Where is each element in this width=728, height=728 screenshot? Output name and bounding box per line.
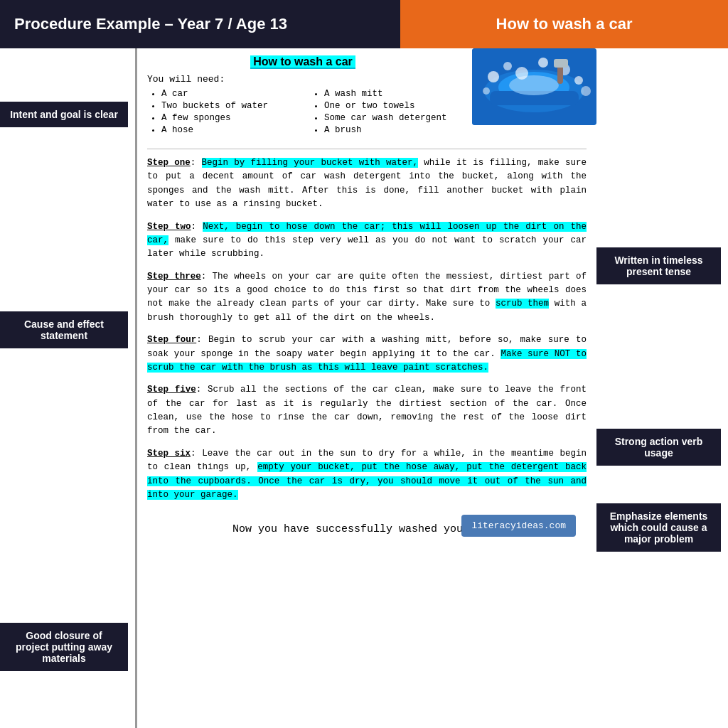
materials-col-right: A wash mitt One or two towels Some car w… — [310, 89, 459, 137]
intent-label-text: Intent and goal is clear — [10, 109, 118, 120]
svg-point-5 — [488, 71, 499, 82]
step-one-highlight: Begin by filling your bucket with water, — [202, 158, 419, 168]
cause-effect-label-text: Cause and effect statement — [24, 318, 104, 341]
step-four-label: Step four — [147, 335, 196, 345]
step-two-label: Step two — [147, 222, 191, 232]
material-item: A hose — [161, 125, 296, 135]
footer: Now you have successfully washed your ca… — [147, 510, 587, 542]
timeless-tense-label: Written in timeless present tense — [596, 247, 721, 284]
step-five-text: Scrub all the sections of the car clean,… — [147, 385, 587, 436]
material-item: Some car wash detergent — [324, 113, 459, 123]
step-six-label: Step six — [147, 449, 191, 459]
emphasize-label: Emphasize elements which could cause a m… — [596, 503, 721, 552]
strong-verb-label: Strong action verb usage — [596, 429, 721, 466]
section-divider — [147, 149, 587, 149]
timeless-tense-text: Written in timeless present tense — [614, 255, 702, 277]
step-two-block: Step two: Next, begin to hose down the c… — [147, 220, 587, 262]
header-title-right: How to wash a car — [400, 0, 728, 48]
step-six-block: Step six: Leave the car out in the sun t… — [147, 447, 587, 503]
header: Procedure Example – Year 7 / Age 13 How … — [0, 0, 728, 48]
svg-point-4 — [509, 75, 559, 95]
you-will-need-label: You will need: — [147, 74, 459, 85]
svg-point-7 — [515, 67, 528, 80]
step-one-label: Step one — [147, 158, 191, 168]
strong-verb-text: Strong action verb usage — [615, 436, 703, 459]
step-five-label: Step five — [147, 385, 196, 395]
material-item: A brush — [324, 125, 459, 135]
materials-grid: A car Two buckets of water A few sponges… — [147, 89, 459, 137]
material-item: A wash mitt — [324, 89, 459, 99]
car-image — [472, 48, 596, 125]
car-wash-svg — [472, 48, 596, 125]
title-text: How to wash a car — [250, 55, 355, 69]
main-content: How to wash a car You will need: A car T… — [135, 48, 596, 728]
header-left-text: Procedure Example – Year 7 / Age 13 — [14, 15, 287, 33]
material-item: A car — [161, 89, 296, 99]
step-four-block: Step four: Begin to scrub your car with … — [147, 333, 587, 375]
cause-effect-label: Cause and effect statement — [0, 311, 128, 348]
you-will-need-text: You will need: — [147, 74, 225, 85]
svg-point-10 — [574, 76, 583, 85]
intent-label: Intent and goal is clear — [0, 102, 128, 127]
svg-point-8 — [538, 58, 548, 68]
left-sidebar: Intent and goal is clear Cause and effec… — [0, 48, 135, 728]
svg-point-12 — [581, 86, 591, 96]
svg-rect-14 — [554, 59, 568, 68]
step-three-highlight: scrub them — [496, 299, 549, 309]
footer-badge-text: literacyideas.com — [471, 520, 566, 531]
materials-col-left: A car Two buckets of water A few sponges… — [147, 89, 296, 137]
step-two-text: make sure to do this step very well as y… — [147, 235, 587, 259]
step-three-label: Step three — [147, 272, 201, 282]
header-title-left: Procedure Example – Year 7 / Age 13 — [0, 0, 400, 48]
step-five-block: Step five: Scrub all the sections of the… — [147, 383, 587, 439]
right-sidebar: Written in timeless present tense Strong… — [596, 48, 728, 728]
step-one-block: Step one: Begin by filling your bucket w… — [147, 156, 587, 212]
footer-text: Now you have successfully washed your ca… — [232, 523, 501, 535]
closure-label-text: Good closure of project putting away mat… — [16, 630, 112, 664]
material-item: A few sponges — [161, 113, 296, 123]
footer-badge: literacyideas.com — [461, 515, 576, 537]
material-item: Two buckets of water — [161, 101, 296, 111]
material-item: One or two towels — [324, 101, 459, 111]
emphasize-text: Emphasize elements which could cause a m… — [610, 510, 708, 545]
step-three-block: Step three: The wheels on your car are q… — [147, 270, 587, 326]
document-title: How to wash a car — [147, 55, 459, 68]
closure-label: Good closure of project putting away mat… — [0, 623, 128, 671]
svg-point-11 — [483, 87, 490, 95]
svg-point-6 — [503, 62, 512, 70]
header-right-text: How to wash a car — [496, 15, 633, 33]
